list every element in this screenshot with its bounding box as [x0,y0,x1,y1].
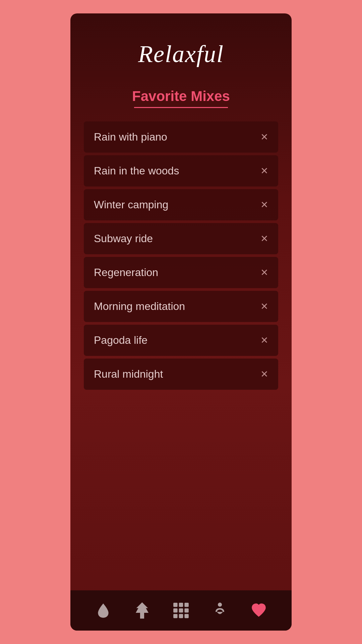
mix-label: Pagoda life [94,334,147,346]
mix-label: Rain in the woods [94,165,179,177]
remove-mix-button[interactable]: ✕ [260,234,268,244]
svg-rect-1 [173,603,177,607]
svg-rect-5 [179,608,183,612]
mix-label: Rural midnight [94,368,163,380]
section-underline [134,107,228,108]
nav-drop-icon[interactable] [95,602,112,619]
svg-rect-4 [173,608,177,612]
remove-mix-button[interactable]: ✕ [260,166,268,176]
section-title: Favorite Mixes [132,88,230,104]
svg-rect-2 [179,603,183,607]
mix-label: Winter camping [94,199,168,211]
svg-rect-6 [184,608,188,612]
remove-mix-button[interactable]: ✕ [260,200,268,210]
remove-mix-button[interactable]: ✕ [260,336,268,345]
mix-label: Morning meditation [94,300,185,313]
list-item[interactable]: Rain in the woods✕ [84,155,278,186]
svg-rect-8 [179,614,183,618]
list-item[interactable]: Regeneration✕ [84,257,278,288]
list-item[interactable]: Pagoda life✕ [84,325,278,356]
svg-marker-0 [136,602,148,619]
mix-label: Subway ride [94,232,153,245]
remove-mix-button[interactable]: ✕ [260,132,268,142]
remove-mix-button[interactable]: ✕ [260,302,268,311]
favorites-list: Rain with piano✕Rain in the woods✕Winter… [84,121,278,390]
nav-favorites-icon[interactable] [250,602,267,619]
nav-grid-icon[interactable] [172,602,190,619]
bottom-nav [70,590,292,631]
svg-rect-9 [184,614,188,618]
list-item[interactable]: Rain with piano✕ [84,121,278,153]
mix-label: Rain with piano [94,131,167,143]
app-title: Relaxful [138,40,224,68]
list-item[interactable]: Winter camping✕ [84,189,278,220]
svg-rect-7 [173,614,177,618]
nav-tree-icon[interactable] [133,602,151,619]
list-item[interactable]: Subway ride✕ [84,223,278,254]
nav-meditation-icon[interactable] [211,602,229,619]
remove-mix-button[interactable]: ✕ [260,268,268,277]
svg-point-10 [218,603,222,607]
remove-mix-button[interactable]: ✕ [260,370,268,379]
list-item[interactable]: Rural midnight✕ [84,359,278,390]
phone-container: Relaxful Favorite Mixes Rain with piano✕… [70,13,292,631]
svg-rect-3 [184,603,188,607]
mix-label: Regeneration [94,266,158,279]
list-item[interactable]: Morning meditation✕ [84,291,278,322]
